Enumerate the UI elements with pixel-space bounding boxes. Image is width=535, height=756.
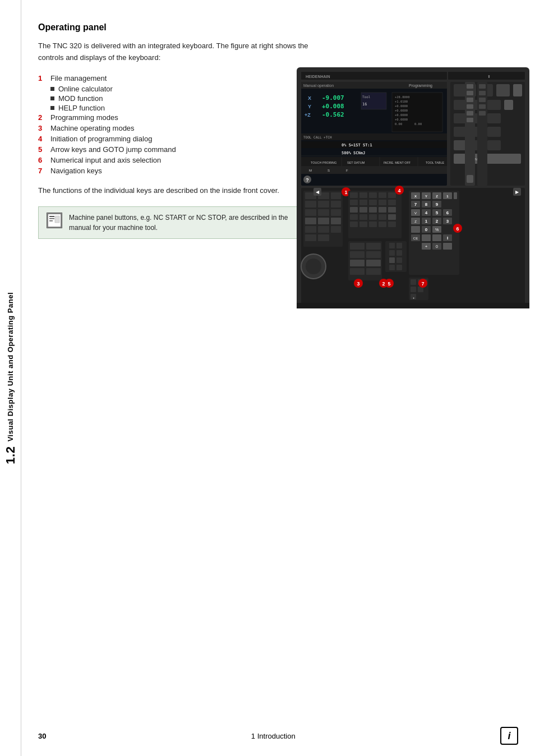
svg-rect-2 [49, 218, 54, 219]
svg-rect-195 [411, 279, 416, 285]
svg-rect-136 [389, 250, 395, 256]
svg-rect-77 [318, 201, 329, 208]
svg-rect-112 [369, 214, 377, 220]
list-num-5: 5 [38, 145, 48, 154]
svg-rect-85 [305, 226, 316, 233]
page-number: 30 [38, 732, 46, 740]
svg-rect-106 [359, 207, 367, 213]
list-text-2: Programming modes [50, 113, 319, 122]
svg-rect-139 [396, 257, 402, 263]
sub-list-1: Online calculator MOD function HELP func… [50, 85, 319, 112]
svg-text:HEIDENHAIN: HEIDENHAIN [306, 75, 330, 79]
svg-text:8: 8 [425, 202, 428, 207]
svg-rect-215 [479, 84, 486, 89]
list-num-6: 6 [38, 156, 48, 164]
svg-text:Manual operation: Manual operation [303, 84, 334, 88]
svg-rect-153 [454, 192, 457, 199]
list-text-4: Initiation of programming dialog [50, 135, 319, 143]
svg-text:SET DATUM: SET DATUM [347, 161, 365, 164]
svg-rect-108 [379, 207, 386, 213]
svg-rect-3 [49, 220, 53, 222]
svg-text:5: 5 [388, 281, 390, 287]
svg-text:0% S=1ST ST:1: 0% S=1ST ST:1 [342, 143, 372, 147]
svg-rect-98 [379, 192, 386, 198]
svg-rect-226 [297, 303, 529, 308]
list-num-4: 4 [38, 135, 48, 143]
svg-rect-116 [359, 222, 367, 227]
svg-rect-129 [350, 268, 365, 275]
list-text-3: Machine operating modes [50, 124, 319, 132]
svg-text:6: 6 [456, 226, 459, 232]
svg-rect-107 [369, 207, 377, 213]
svg-text:5: 5 [436, 210, 439, 215]
svg-rect-82 [305, 218, 316, 224]
intro-text: The TNC 320 is delivered with an integra… [38, 40, 319, 64]
svg-rect-103 [379, 200, 386, 205]
machine-svg: HEIDENHAIN ⬆ Manual operation Programmin… [297, 67, 529, 308]
svg-rect-34 [301, 141, 447, 148]
svg-rect-130 [366, 268, 381, 275]
svg-text:+0.0000: +0.0000 [395, 113, 408, 117]
svg-rect-119 [388, 222, 396, 227]
svg-rect-141 [396, 265, 402, 270]
list-item-6: 6 Numerical input and axis selection [38, 156, 319, 164]
svg-text:3: 3 [446, 219, 449, 224]
svg-rect-102 [369, 200, 377, 205]
svg-text:INCRE. MENT OFF: INCRE. MENT OFF [384, 161, 411, 164]
list-num-7: 7 [38, 167, 48, 175]
svg-rect-79 [305, 209, 316, 216]
svg-text:F: F [346, 169, 348, 172]
svg-rect-86 [318, 226, 329, 233]
svg-text:4: 4 [425, 210, 428, 215]
svg-text:S: S [328, 169, 330, 172]
svg-rect-208 [467, 91, 473, 95]
list-text-5: Arrow keys and GOTO jump command [50, 145, 319, 154]
svg-rect-104 [388, 200, 396, 205]
list-item-5: 5 Arrow keys and GOTO jump command [38, 145, 319, 154]
svg-rect-95 [350, 192, 358, 198]
svg-text:TOUCH PROBING: TOUCH PROBING [311, 161, 336, 164]
svg-rect-36 [301, 149, 447, 156]
info-badge: i [500, 727, 518, 745]
svg-rect-81 [331, 209, 341, 216]
svg-rect-184 [432, 234, 441, 241]
svg-rect-68 [487, 140, 501, 150]
svg-rect-1 [49, 216, 54, 217]
list-text-1: File management [50, 74, 319, 82]
svg-text:6: 6 [446, 210, 449, 215]
svg-rect-138 [389, 257, 395, 263]
svg-rect-58 [487, 100, 501, 110]
section-title: Operating panel [38, 22, 518, 33]
svg-text:16: 16 [362, 102, 367, 107]
numbered-list: 1 File management Online calculator MOD … [38, 74, 319, 175]
svg-text:-0.562: -0.562 [322, 111, 344, 118]
chapter-ref: 1 Introduction [251, 732, 296, 740]
svg-text:V: V [414, 211, 417, 215]
svg-text:+0.0000: +0.0000 [395, 109, 408, 112]
svg-text:500% SCNmJ: 500% SCNmJ [342, 151, 365, 155]
svg-rect-55 [513, 84, 522, 96]
svg-rect-111 [359, 214, 367, 220]
svg-text:0.00: 0.00 [414, 122, 422, 126]
svg-rect-78 [331, 201, 341, 208]
svg-rect-99 [388, 192, 396, 198]
svg-rect-113 [379, 214, 386, 220]
svg-rect-210 [467, 104, 473, 109]
svg-text:Z: Z [436, 195, 438, 198]
note-box: Machine panel buttons, e.g. NC START or … [38, 206, 307, 239]
list-text-6: Numerical input and axis selection [50, 156, 319, 164]
svg-text:Z: Z [414, 220, 417, 223]
svg-rect-114 [388, 214, 396, 220]
svg-text:+0.0000: +0.0000 [395, 118, 408, 121]
svg-rect-123 [350, 243, 365, 250]
svg-rect-191 [443, 243, 452, 250]
svg-rect-4 [55, 216, 59, 223]
svg-rect-212 [467, 118, 473, 122]
svg-text:+Z: +Z [305, 112, 311, 118]
svg-rect-214 [477, 82, 487, 186]
svg-rect-83 [318, 218, 329, 224]
svg-rect-47 [301, 166, 447, 174]
svg-text:X: X [308, 95, 311, 101]
svg-rect-216 [479, 91, 486, 95]
svg-rect-218 [479, 104, 486, 109]
